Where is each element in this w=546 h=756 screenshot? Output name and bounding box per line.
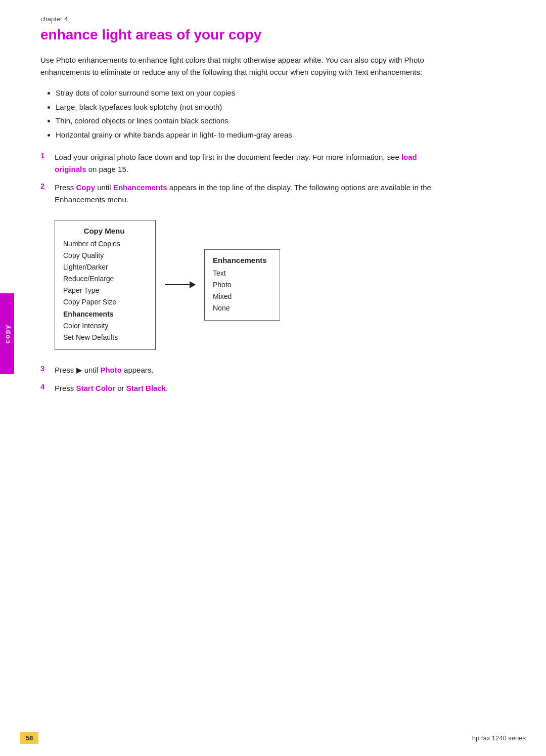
step-number-1: 1 [40, 151, 55, 175]
copy-menu-item: Copy Quality [63, 250, 145, 261]
link-load-originals[interactable]: load originals [55, 153, 417, 173]
arrow-container [165, 284, 195, 285]
step-text-4: Press Start Color or Start Black. [55, 382, 445, 394]
enhancements-box: Enhancements Text Photo Mixed None [204, 249, 280, 321]
step-text-1: Load your original photo face down and t… [55, 151, 445, 175]
copy-menu-box: Copy Menu Number of Copies Copy Quality … [55, 220, 156, 350]
step-3: 3 Press ▶ until Photo appears. [40, 364, 445, 376]
copy-menu-title: Copy Menu [63, 227, 145, 235]
bullet-list: Stray dots of color surround some text o… [56, 86, 516, 141]
copy-link: Copy [76, 183, 96, 192]
enhancements-item-photo: Photo [213, 279, 269, 291]
steps-container: 1 Load your original photo face down and… [40, 151, 516, 394]
list-item: Stray dots of color surround some text o… [56, 86, 516, 100]
copy-menu-item: Reduce/Enlarge [63, 273, 145, 285]
copy-menu-item: Copy Paper Size [63, 296, 145, 308]
copy-menu-item: Paper Type [63, 285, 145, 296]
diagram-area: Copy Menu Number of Copies Copy Quality … [55, 220, 516, 350]
left-tab: copy [0, 293, 14, 374]
step-2: 2 Press Copy until Enhancements appears … [40, 182, 445, 206]
enhancements-title: Enhancements [213, 256, 269, 264]
brand-label: hp fax 1240 series [472, 734, 526, 742]
enhancements-item-none: None [213, 302, 269, 314]
copy-menu-item: Lighter/Darker [63, 261, 145, 273]
intro-text: Use Photo enhancements to enhance light … [40, 54, 435, 78]
enhancements-link: Enhancements [113, 183, 167, 192]
step-4: 4 Press Start Color or Start Black. [40, 382, 445, 394]
step-number-2: 2 [40, 182, 55, 206]
list-item: Horizontal grainy or white bands appear … [56, 128, 516, 142]
list-item: Large, black typefaces look splotchy (no… [56, 101, 516, 114]
step-text-3: Press ▶ until Photo appears. [55, 364, 445, 376]
enhancements-item-text: Text [213, 268, 269, 279]
copy-menu-item-enhancements: Enhancements [63, 308, 145, 320]
step-number-3: 3 [40, 364, 55, 376]
copy-menu-item: Set New Defaults [63, 332, 145, 343]
arrow-icon [165, 284, 195, 285]
main-content: chapter 4 enhance light areas of your co… [40, 0, 516, 394]
chapter-label: chapter 4 [40, 15, 516, 23]
page-title: enhance light areas of your copy [40, 27, 516, 43]
start-color-link: Start Color [76, 384, 116, 392]
page-number: 58 [20, 732, 38, 744]
start-black-link: Start Black [126, 384, 166, 392]
footer: 58 hp fax 1240 series [0, 732, 546, 744]
photo-link: Photo [100, 366, 122, 374]
copy-menu-item: Number of Copies [63, 238, 145, 250]
step-text-2: Press Copy until Enhancements appears in… [55, 182, 445, 206]
page-container: copy chapter 4 enhance light areas of yo… [0, 0, 546, 756]
left-tab-label: copy [4, 324, 11, 343]
step-number-4: 4 [40, 382, 55, 394]
list-item: Thin, colored objects or lines contain b… [56, 114, 516, 127]
copy-menu-item: Color Intensity [63, 320, 145, 332]
step-1: 1 Load your original photo face down and… [40, 151, 445, 175]
enhancements-item-mixed: Mixed [213, 291, 269, 302]
